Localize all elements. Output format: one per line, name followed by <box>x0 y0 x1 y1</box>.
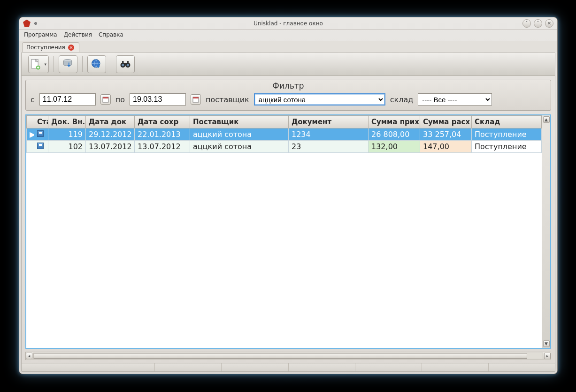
cell-doc-vn: 119 <box>48 128 86 141</box>
cell-doc-vn: 102 <box>48 141 86 153</box>
content-frame: ▾ <box>21 52 555 372</box>
tab-close-icon[interactable]: ✕ <box>68 45 74 51</box>
scroll-right-icon[interactable]: ▸ <box>544 353 551 359</box>
col-warehouse[interactable]: Склад <box>472 116 542 128</box>
cell-document: 1234 <box>289 128 369 141</box>
toolbar: ▾ <box>22 53 555 76</box>
window-title: Unisklad - главное окно <box>19 20 557 27</box>
date-to-picker-button[interactable] <box>191 94 201 105</box>
cell-document: 23 <box>289 141 369 153</box>
date-from-picker-button[interactable] <box>100 94 111 105</box>
svg-rect-13 <box>103 97 108 98</box>
dropdown-arrow-icon: ▾ <box>44 62 46 67</box>
vertical-scrollbar[interactable]: ▲ ▼ <box>542 115 550 348</box>
filter-warehouse-label: склад <box>390 95 414 104</box>
scroll-track[interactable] <box>33 353 543 359</box>
col-doc-vn[interactable]: Док. Вн. <box>48 116 86 128</box>
cell-date-save: 22.01.2013 <box>135 128 190 141</box>
svg-rect-9 <box>124 63 126 65</box>
col-sum-out[interactable]: Сумма расх <box>420 116 472 128</box>
cell-sum-out: 147,00 <box>420 141 472 153</box>
row-marker-icon <box>27 141 34 153</box>
svg-point-8 <box>127 64 129 66</box>
warehouse-combo[interactable]: ---- Все ---- <box>418 93 492 106</box>
filter-from-label: с <box>31 95 35 104</box>
scroll-thumb[interactable] <box>34 353 527 359</box>
svg-rect-11 <box>127 61 129 63</box>
grid-container: Ста Док. Вн. Дата док Дата сохр Поставщи… <box>25 114 551 349</box>
filter-supplier-label: поставщик <box>206 95 249 104</box>
database-download-icon <box>61 58 75 71</box>
statusbar <box>22 363 555 371</box>
minimize-button[interactable]: ˅ <box>522 19 531 28</box>
save-icon <box>37 130 44 137</box>
toolbar-separator <box>111 56 111 72</box>
database-download-button[interactable] <box>59 55 77 73</box>
cell-supplier: аццкий сотона <box>190 128 289 141</box>
col-status[interactable]: Ста <box>34 116 48 128</box>
cell-date-save: 13.07.2012 <box>135 141 190 153</box>
data-grid[interactable]: Ста Док. Вн. Дата док Дата сохр Поставщи… <box>26 115 542 348</box>
menubar: Программа Действия Справка <box>19 30 557 41</box>
date-to-input[interactable] <box>130 93 186 106</box>
col-document[interactable]: Документ <box>289 116 369 128</box>
titlebar: Unisklad - главное окно ˅ ˄ ✕ <box>19 17 557 30</box>
cell-status <box>34 141 48 153</box>
toolbar-separator <box>82 56 83 72</box>
menu-actions[interactable]: Действия <box>64 31 92 38</box>
new-document-button[interactable]: ▾ <box>28 55 49 73</box>
globe-download-icon <box>90 58 103 71</box>
search-button[interactable] <box>116 55 135 73</box>
col-date-save[interactable]: Дата сохр <box>135 116 190 128</box>
table-row[interactable]: 102 13.07.2012 13.07.2012 аццкий сотона … <box>27 141 542 153</box>
scroll-down-icon[interactable]: ▼ <box>543 340 550 347</box>
cell-sum-in: 26 808,00 <box>369 128 420 141</box>
supplier-combo[interactable]: аццкий сотона <box>254 93 385 106</box>
cell-supplier: аццкий сотона <box>190 141 289 153</box>
app-icon <box>23 20 31 27</box>
new-document-icon <box>29 58 42 71</box>
menu-program[interactable]: Программа <box>24 31 57 38</box>
filter-panel: Фильтр с по поставщ <box>25 80 551 111</box>
svg-point-7 <box>122 64 124 66</box>
cell-date-doc: 29.12.2012 <box>86 128 135 141</box>
calendar-icon <box>102 96 109 103</box>
tab-receipts[interactable]: Поступления ✕ <box>22 42 79 52</box>
binoculars-icon <box>119 58 132 71</box>
title-dot-icon <box>34 22 37 25</box>
scroll-up-icon[interactable]: ▲ <box>543 116 550 123</box>
menu-help[interactable]: Справка <box>99 31 123 38</box>
cell-warehouse: Поступление <box>472 128 542 141</box>
cell-sum-in: 132,00 <box>369 141 420 153</box>
filter-to-label: по <box>115 95 125 104</box>
toolbar-separator <box>54 56 54 72</box>
cell-date-doc: 13.07.2012 <box>86 141 135 153</box>
cell-warehouse: Поступление <box>472 141 542 153</box>
tabstrip: Поступления ✕ <box>19 41 557 52</box>
tab-label: Поступления <box>26 44 65 51</box>
filter-title: Фильтр <box>26 80 551 90</box>
filter-row: с по поставщик <box>26 90 551 110</box>
maximize-button[interactable]: ˄ <box>534 19 542 28</box>
date-from-input[interactable] <box>39 93 96 106</box>
col-marker[interactable] <box>27 116 34 128</box>
row-marker-icon: ▶ <box>27 128 34 141</box>
scroll-left-icon[interactable]: ◂ <box>26 353 32 359</box>
web-download-button[interactable] <box>87 55 106 73</box>
col-date-doc[interactable]: Дата док <box>86 116 135 128</box>
col-supplier[interactable]: Поставщик <box>190 116 289 128</box>
main-window: Unisklad - главное окно ˅ ˄ ✕ Программа … <box>19 17 558 374</box>
save-icon <box>37 143 44 149</box>
svg-rect-10 <box>122 61 124 63</box>
calendar-icon <box>192 96 199 103</box>
close-window-button[interactable]: ✕ <box>545 19 553 28</box>
col-sum-in[interactable]: Сумма прих <box>369 116 420 128</box>
cell-status <box>34 128 48 141</box>
horizontal-scrollbar[interactable]: ◂ ▸ <box>25 352 551 360</box>
svg-rect-15 <box>193 97 199 98</box>
table-row[interactable]: ▶ 119 29.12.2012 22.01.2013 аццкий сотон… <box>27 128 542 141</box>
cell-sum-out: 33 257,04 <box>420 128 472 141</box>
